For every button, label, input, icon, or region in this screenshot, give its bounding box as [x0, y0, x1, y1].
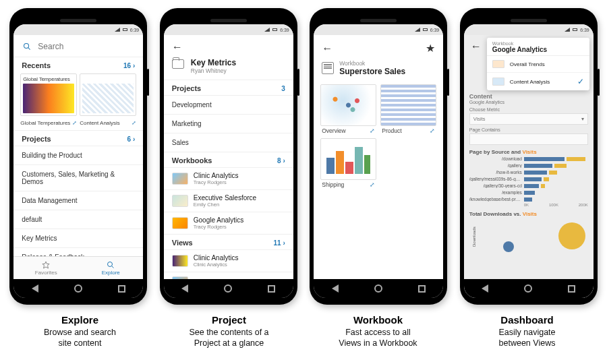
back-button[interactable]: ←	[322, 43, 333, 54]
caption-workbook: Workbook Fast access to allViews in a Wo…	[310, 314, 447, 348]
view-card[interactable]: Product⤢	[380, 84, 436, 134]
workbook-item[interactable]: Google AnalyticsTracy Rodgers	[164, 212, 293, 234]
recents-header[interactable]: Recents 16 ›	[13, 57, 143, 72]
battery-icon	[272, 28, 277, 31]
project-item[interactable]: Key Metrics	[13, 229, 143, 247]
phone-explore: 6:39 Recents 16 › Global Temperatures	[9, 8, 147, 305]
svg-point-3	[108, 262, 113, 266]
back-key[interactable]	[181, 284, 188, 293]
views-header[interactable]: Views11 ›	[164, 234, 293, 249]
signal-icon	[264, 28, 270, 32]
project-item[interactable]: default	[13, 210, 143, 229]
caption-project: Project See the contents of aProject at …	[161, 314, 298, 348]
home-key[interactable]	[524, 284, 532, 293]
pin-icon[interactable]: ⤢	[370, 127, 375, 134]
captions-row: Explore Browse and searchsite content Pr…	[0, 305, 607, 348]
searchbar[interactable]	[13, 35, 143, 57]
battery-icon	[573, 28, 577, 31]
project-item[interactable]: Data Management	[13, 191, 143, 210]
pin-icon[interactable]: ⤢	[430, 127, 435, 134]
back-button[interactable]: ←	[471, 40, 482, 53]
android-statusbar: 6:39	[164, 24, 293, 35]
bottom-tabs: Favorites Explore	[13, 256, 143, 279]
view-switcher-popover: Workbook Google Analytics Overall Trends…	[487, 38, 589, 90]
popover-view-item[interactable]: Overall Trends	[487, 56, 589, 73]
battery-icon	[123, 28, 127, 31]
view-card[interactable]: Shipping⤢	[320, 138, 376, 188]
phones-row: 6:39 Recents 16 › Global Temperatures	[0, 0, 607, 305]
project-item[interactable]: Marketing	[164, 114, 293, 133]
project-item[interactable]: Development	[164, 95, 293, 114]
recent-key[interactable]	[418, 285, 426, 293]
recent-card[interactable]: Global Temperatures	[20, 73, 77, 116]
recent-key[interactable]	[118, 285, 125, 293]
caption-explore: Explore Browse and searchsite content	[11, 314, 149, 348]
metric-select[interactable]: Visits▾	[469, 113, 588, 125]
android-statusbar: 6:39	[314, 24, 443, 35]
recent-key[interactable]	[268, 285, 275, 293]
workbooks-header[interactable]: Workbooks8 ›	[164, 152, 293, 167]
home-key[interactable]	[224, 284, 232, 293]
favorite-button[interactable]: ★	[426, 42, 435, 55]
pin-icon[interactable]: ⤢	[132, 120, 136, 126]
back-key[interactable]	[332, 284, 339, 293]
svg-line-4	[112, 266, 114, 268]
signal-icon	[115, 28, 120, 32]
back-key[interactable]	[482, 284, 488, 293]
svg-marker-2	[42, 262, 49, 268]
view-thumb-icon	[492, 60, 504, 68]
project-item[interactable]: Sales	[164, 133, 293, 152]
back-button[interactable]: ←	[172, 42, 183, 53]
recent-caption: Content Analysis⤢	[80, 120, 136, 126]
workbook-item[interactable]: Clinic AnalyticsTracy Rodgers	[164, 167, 293, 189]
caption-dashboard: Dashboard Easily navigatebetween Views	[459, 314, 596, 348]
hbar-axis: 0K100K200K	[469, 203, 588, 207]
dashboard-title-bg: Content	[469, 93, 588, 100]
folder-icon	[172, 59, 184, 69]
search-input[interactable]	[38, 42, 134, 51]
android-statusbar: 6:39	[13, 24, 143, 35]
recent-caption: Global Temperatures⤢	[20, 120, 77, 126]
chevron-down-icon: ▾	[581, 116, 584, 122]
view-thumb	[320, 138, 376, 180]
star-icon	[42, 261, 50, 269]
recents-label: Recents	[22, 61, 51, 69]
tab-favorites[interactable]: Favorites	[13, 257, 78, 279]
popover-view-item[interactable]: Content Analysis ✓	[487, 73, 589, 90]
svg-line-1	[28, 48, 30, 50]
tab-explore[interactable]: Explore	[78, 257, 143, 279]
back-key[interactable]	[32, 284, 38, 293]
search-icon	[107, 261, 115, 269]
view-thumb	[380, 84, 436, 126]
phone-workbook: 6:39 ← ★ Workbook Superstore Sales	[310, 8, 447, 305]
status-time: 6:39	[130, 28, 140, 32]
workbook-item[interactable]: Executive SalesforceEmily Chen	[164, 189, 293, 212]
view-item[interactable]: Clinic AnalyticsClinic Analytics	[164, 249, 293, 272]
workbook-title: Superstore Sales	[339, 67, 405, 76]
subprojects-header[interactable]: Projects3	[164, 80, 293, 95]
android-navbar	[464, 279, 594, 298]
recents-count: 16 ›	[123, 62, 135, 69]
section-page-by-source: Page by Source and Visits	[469, 149, 588, 155]
recent-key[interactable]	[568, 285, 575, 293]
android-statusbar: 6:39	[464, 24, 594, 35]
bubble-chart	[469, 222, 588, 255]
view-item[interactable]: Content Analysis	[164, 272, 293, 279]
popover-title: Google Analytics	[492, 46, 584, 53]
android-navbar	[314, 279, 443, 298]
view-card[interactable]: Overview⤢	[320, 84, 376, 134]
project-item[interactable]: Customers, Sales, Marketing & Demos	[13, 164, 143, 191]
search-icon	[23, 42, 31, 51]
phone-dashboard: 6:39 ← Workbook Google Analytics Overall…	[460, 8, 598, 305]
project-item[interactable]: Building the Product	[13, 146, 143, 164]
workbook-crumb: Workbook	[339, 60, 405, 67]
home-key[interactable]	[374, 284, 382, 293]
page-contains-input[interactable]	[469, 133, 588, 145]
svg-point-0	[24, 43, 29, 48]
pin-icon[interactable]: ⤢	[72, 120, 77, 126]
home-key[interactable]	[74, 284, 82, 293]
recent-card[interactable]	[80, 73, 136, 116]
pin-icon[interactable]: ⤢	[370, 181, 375, 188]
signal-icon	[565, 28, 570, 32]
projects-header[interactable]: Projects 6 ›	[13, 130, 143, 146]
